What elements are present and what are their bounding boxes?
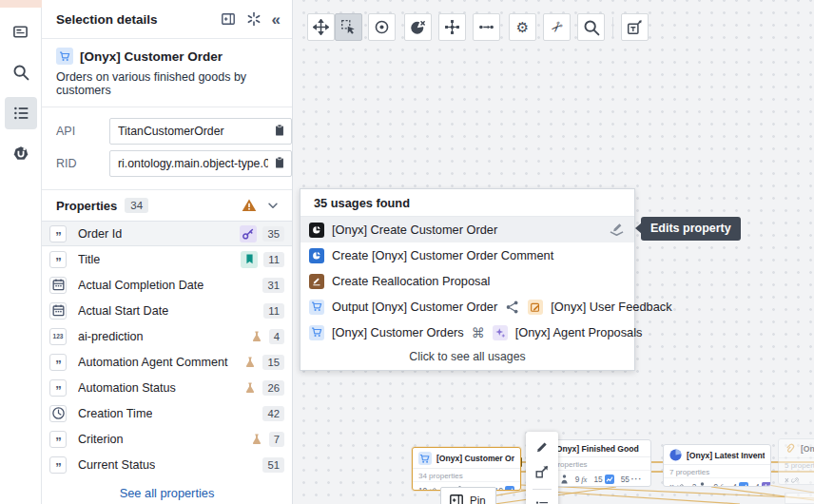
graph-canvas[interactable]: ⚙✂ [Onyx] Customer Order 34 properties 1… <box>293 0 814 504</box>
property-row[interactable]: ” Criterion 7 <box>42 426 292 452</box>
add-text-tool-button[interactable] <box>621 13 649 41</box>
faded-node-fragment <box>785 493 814 504</box>
pin-panel-icon <box>449 493 464 504</box>
usage-count-badge: 31 <box>262 278 284 293</box>
property-row[interactable]: Creation Time 42 <box>42 400 292 426</box>
usage-row[interactable]: Create [Onyx] Customer Order Comment <box>300 242 634 268</box>
usage-count-badge: 26 <box>262 380 284 396</box>
select-tool-button[interactable] <box>335 13 362 41</box>
usage-label: Create Reallocation Proposal <box>332 274 490 288</box>
pin-button[interactable]: Pin <box>440 487 496 504</box>
selection-details-panel: Selection details « [Onyx] Customer Orde… <box>42 0 293 504</box>
customer-order-cart-icon <box>56 48 73 65</box>
collapse-panel-icon[interactable]: « <box>272 11 281 28</box>
node-subtitle: 34 properties <box>413 469 520 482</box>
settings-tool-button[interactable]: ⚙ <box>509 13 536 41</box>
expand-burst-icon[interactable] <box>246 11 262 27</box>
customer-order-cart-icon <box>309 325 324 340</box>
property-row[interactable]: ” Title 11 <box>42 246 292 272</box>
detail-list-icon[interactable] <box>534 499 550 504</box>
target-tool-button[interactable] <box>368 13 396 41</box>
divider <box>533 489 552 490</box>
chevron-down-icon[interactable] <box>266 199 280 212</box>
move-tool-icon <box>313 19 329 35</box>
property-label: Creation Time <box>78 407 152 420</box>
see-all-properties-link[interactable]: See all properties <box>42 477 292 504</box>
details-card-icon <box>12 24 29 40</box>
property-row[interactable]: Actual Start Date 11 <box>42 298 292 323</box>
experimental-flask-icon <box>243 381 257 395</box>
property-row[interactable]: ” Current Status 51 <box>42 452 292 477</box>
property-row[interactable]: ” Automation Agent Comment 15 <box>42 349 292 375</box>
type-time-icon <box>49 405 67 422</box>
node-subtitle: 5 properties <box>779 458 814 472</box>
graph-node[interactable]: [Onyx] Customer Order 34 properties 1029… <box>412 447 521 491</box>
node-stat: 2 <box>692 482 707 487</box>
rail-item-list-view[interactable] <box>5 97 37 129</box>
usage-count-badge: 11 <box>263 303 284 319</box>
node-title: [Onyx] Customer Order <box>436 454 514 463</box>
edit-pencil-icon[interactable] <box>534 439 550 455</box>
experimental-flask-icon <box>243 356 257 369</box>
rail-item-ontology[interactable] <box>5 138 37 170</box>
writeback-edit-icon <box>528 300 543 315</box>
property-row[interactable]: ” Order Id 35 <box>42 221 292 246</box>
copy-clipboard-icon[interactable] <box>273 124 286 137</box>
graph-node[interactable]: [Onyx] Finished Good properties 79fx1555… <box>547 439 651 487</box>
warning-icon[interactable] <box>242 198 257 213</box>
see-all-usages-link[interactable]: Click to see all usages <box>300 345 634 370</box>
object-summary: [Onyx] Customer Order Orders on various … <box>42 39 292 107</box>
node-stat: 10 <box>418 486 438 491</box>
panel-header: Selection details « <box>42 0 292 39</box>
left-rail <box>0 0 42 504</box>
layout-tool-button[interactable] <box>438 13 466 41</box>
panel-title: Selection details <box>56 12 158 27</box>
usage-row[interactable]: Output [Onyx] Customer Order[Onyx] User … <box>300 294 634 320</box>
move-tool-button[interactable] <box>307 13 335 41</box>
pie-icon <box>669 449 682 461</box>
usage-count-badge: 4 <box>269 329 284 344</box>
api-input[interactable]: TitanCustomerOrder <box>109 118 292 145</box>
node-subtitle: properties <box>548 457 650 471</box>
type-string-icon: ” <box>49 251 67 268</box>
usage-row[interactable]: Create Reallocation Proposal <box>300 268 634 294</box>
property-label: Actual Start Date <box>78 304 168 318</box>
node-stat: 4 <box>755 482 771 487</box>
command-link-icon: ⌘ <box>472 326 485 339</box>
target-tool-icon <box>374 19 390 35</box>
pin-to-map-icon[interactable] <box>534 464 550 479</box>
zoom-tool-button[interactable] <box>577 13 605 41</box>
usage-label: [Onyx] Create Customer Order <box>332 223 497 237</box>
cut-tool-icon: ✂ <box>551 19 563 36</box>
action-pie-blue-icon <box>309 248 324 263</box>
usage-row[interactable]: [Onyx] Customer Orders⌘[Onyx] Agent Prop… <box>300 320 634 345</box>
properties-title: Properties <box>56 199 117 213</box>
link-tool-button[interactable] <box>473 13 500 41</box>
search-icon <box>12 64 29 81</box>
usage-row[interactable]: [Onyx] Create Customer Order <box>300 217 634 242</box>
remove-pie-tool-button[interactable] <box>404 13 432 41</box>
property-row[interactable]: ” Automation Status 26 <box>42 375 292 400</box>
node-mini-toolbar <box>526 432 558 504</box>
type-number-icon: 123 <box>49 328 67 345</box>
graph-node[interactable]: [Onyx] Latest Inventory Level 7 properti… <box>663 444 771 487</box>
copy-clipboard-icon[interactable] <box>273 156 286 169</box>
graph-node[interactable]: [Onyx] 5 properties × <box>778 438 814 485</box>
property-label: Order Id <box>78 227 122 241</box>
cut-tool-button[interactable]: ✂ <box>543 13 571 41</box>
property-row[interactable]: Actual Completion Date 31 <box>42 272 292 298</box>
usage-count-badge: 11 <box>263 252 284 267</box>
type-date-icon <box>49 277 67 294</box>
property-row[interactable]: 123 ai-prediction 4 <box>42 323 292 349</box>
property-label: Current Status <box>78 458 155 472</box>
node-stat: 55··· <box>621 475 643 484</box>
rail-item-details-card[interactable] <box>5 15 37 48</box>
rid-input[interactable]: ri.ontology.main.object-type.0 <box>109 150 292 177</box>
rail-item-search[interactable] <box>5 56 37 88</box>
canvas-toolbar: ⚙✂ <box>307 13 649 41</box>
zoom-tool-icon <box>583 19 600 36</box>
pin-panel-icon[interactable] <box>221 11 236 27</box>
edits-property-tooltip: Edits property <box>641 217 741 241</box>
edits-property-icon[interactable] <box>609 222 625 238</box>
properties-section: Properties 34 ” Order Id 35” Title 11 Ac… <box>42 190 292 504</box>
